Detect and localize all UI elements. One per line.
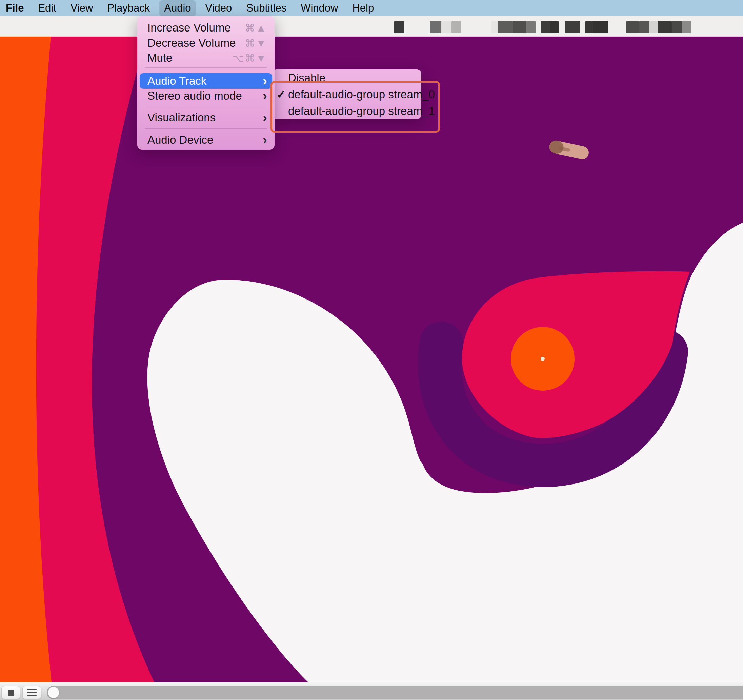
menubar-item-help[interactable]: Help xyxy=(347,0,379,16)
menu-item-stereo-audio-mode[interactable]: Stereo audio mode › xyxy=(140,88,272,104)
window-title-bar xyxy=(0,16,743,37)
seek-slider[interactable] xyxy=(47,686,743,699)
submenu-item-disable[interactable]: Disable xyxy=(272,69,421,86)
redacted-title-block xyxy=(491,21,497,33)
video-center-dot xyxy=(541,357,545,361)
video-surface[interactable] xyxy=(0,37,743,682)
menu-item-label: Decrease Volume xyxy=(148,37,235,49)
menubar-item-view[interactable]: View xyxy=(65,0,98,16)
stop-button[interactable] xyxy=(1,686,20,699)
submenu-item-label: default-audio-group stream_0 xyxy=(288,88,435,101)
redacted-title-block xyxy=(430,21,441,33)
submenu-item-stream-0[interactable]: ✓ default-audio-group stream_0 xyxy=(272,86,421,103)
menubar-item-edit[interactable]: Edit xyxy=(33,0,61,16)
menu-item-visualizations[interactable]: Visualizations › xyxy=(140,110,272,126)
menubar-item-file[interactable]: File xyxy=(1,0,29,16)
redacted-title-block xyxy=(550,21,559,33)
redacted-title-block xyxy=(626,21,639,33)
chevron-right-icon: › xyxy=(263,133,267,146)
menubar-item-window[interactable]: Window xyxy=(296,0,343,16)
redacted-title-block xyxy=(541,21,550,33)
shortcut-decrease-volume: ⌘▼ xyxy=(245,37,267,49)
menu-item-audio-device[interactable]: Audio Device › xyxy=(140,132,272,148)
menu-separator xyxy=(145,128,267,129)
redacted-title-block xyxy=(657,21,672,33)
redacted-title-block xyxy=(565,21,580,33)
redacted-title-block xyxy=(639,21,650,33)
redacted-title-block xyxy=(672,21,682,33)
menu-item-label: Visualizations xyxy=(148,111,216,124)
audio-track-submenu: Disable ✓ default-audio-group stream_0 d… xyxy=(272,69,421,119)
stop-icon xyxy=(8,690,14,696)
chevron-right-icon: › xyxy=(263,75,267,87)
menubar-item-audio[interactable]: Audio xyxy=(159,0,196,16)
redacted-title-block xyxy=(682,21,691,33)
menu-item-decrease-volume[interactable]: Decrease Volume ⌘▼ xyxy=(140,35,272,51)
redacted-title-block xyxy=(394,21,404,33)
playlist-button[interactable] xyxy=(22,686,41,699)
menu-item-increase-volume[interactable]: Increase Volume ⌘▲ xyxy=(140,20,272,35)
redacted-title-block xyxy=(593,21,608,33)
chevron-right-icon: › xyxy=(263,111,267,124)
redacted-title-block xyxy=(512,21,526,33)
menu-item-label: Increase Volume xyxy=(148,21,231,34)
menu-item-mute[interactable]: Mute ⌥⌘▼ xyxy=(140,50,272,66)
menu-item-label: Audio Track xyxy=(148,75,206,87)
player-control-bar xyxy=(0,682,743,700)
check-icon: ✓ xyxy=(277,88,286,101)
redacted-title-block xyxy=(585,21,593,33)
redacted-title-block xyxy=(441,21,451,33)
shortcut-mute: ⌥⌘▼ xyxy=(232,52,267,64)
seek-slider-knob[interactable] xyxy=(48,687,59,698)
redacted-title-block xyxy=(526,21,536,33)
audio-menu: Increase Volume ⌘▲ Decrease Volume ⌘▼ Mu… xyxy=(137,16,275,150)
video-frame-graphic xyxy=(0,37,743,682)
redacted-title-block xyxy=(451,21,461,33)
playlist-icon xyxy=(27,689,37,696)
menubar-item-video[interactable]: Video xyxy=(200,0,237,16)
menu-item-label: Mute xyxy=(148,52,172,64)
menu-bar: File Edit View Playback Audio Video Subt… xyxy=(0,0,743,16)
shortcut-increase-volume: ⌘▲ xyxy=(245,22,267,34)
submenu-item-label: default-audio-group stream_1 xyxy=(288,105,435,118)
redacted-title-block xyxy=(650,21,657,33)
submenu-item-stream-1[interactable]: default-audio-group stream_1 xyxy=(272,103,421,119)
menu-item-label: Audio Device xyxy=(148,133,213,146)
redacted-title-block xyxy=(497,21,512,33)
menubar-item-playback[interactable]: Playback xyxy=(102,0,155,16)
menu-item-label: Stereo audio mode xyxy=(148,89,242,102)
menubar-item-subtitles[interactable]: Subtitles xyxy=(241,0,292,16)
submenu-item-label: Disable xyxy=(288,71,326,84)
menu-separator xyxy=(145,68,267,68)
chevron-right-icon: › xyxy=(263,89,267,102)
menu-item-audio-track[interactable]: Audio Track › xyxy=(140,73,272,89)
menu-separator xyxy=(145,106,267,106)
